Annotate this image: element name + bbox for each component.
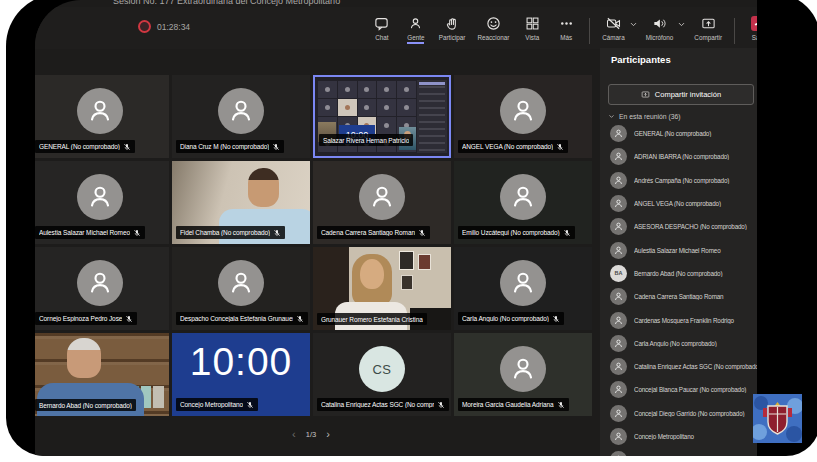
participant-row[interactable]: ASESORA DESPACHO (No comprobado) <box>600 215 757 238</box>
raise-hand-icon <box>445 16 460 31</box>
video-tile[interactable]: Diana Cruz M (No comprobado) <box>172 75 310 158</box>
participant-name: ADRIAN IBARRA (No comprobado) <box>634 153 757 160</box>
video-tile[interactable]: Despacho Concejala Estefania Grunauer (.… <box>172 247 310 330</box>
participant-name-label: Salazar Rivera Hernan Patricio <box>323 137 409 144</box>
participant-row[interactable]: ADRIAN IBARRA (No comprobado) <box>600 145 757 168</box>
chevron-down-icon <box>608 113 615 120</box>
participant-name: GENERAL (No comprobado) <box>634 130 757 137</box>
previous-page-arrow[interactable]: ‹ <box>292 429 296 440</box>
participant-name-label: GENERAL (No comprobado) <box>39 143 120 150</box>
default-avatar <box>218 88 264 134</box>
participant-row[interactable]: Concejal Blanca Paucar (No comprobado) <box>600 378 757 401</box>
share-button[interactable]: Compartir <box>688 12 728 45</box>
view-button[interactable]: Vista <box>515 12 549 45</box>
participant-row[interactable]: Cardenas Mosquera Franklin Rodrigo <box>600 308 757 331</box>
tile-name-pill: Cornejo Espinoza Pedro Jose <box>35 312 137 325</box>
camera-dropdown-chevron-icon[interactable] <box>629 20 638 29</box>
wall-frame <box>399 251 414 270</box>
participant-row[interactable]: Cadena Carrera Santiago Roman <box>600 285 757 308</box>
mic-off-icon <box>552 315 560 323</box>
toolbar-divider <box>734 18 735 44</box>
video-tile[interactable]: Moreira Garcia Gaudelia Adriana <box>454 333 592 416</box>
default-avatar <box>500 346 546 392</box>
participant-avatar <box>610 288 627 305</box>
participant-name-label: Emilio Uzcátegui (No comprobado) <box>462 229 560 236</box>
participant-name: Bernardo Abad (No comprobado) <box>634 270 757 277</box>
share-screen-icon <box>701 16 716 31</box>
page-indicator: 1/3 <box>306 430 316 439</box>
participant-row[interactable]: Catalina Enriquez Actas SGC (No comproba… <box>600 355 757 378</box>
microphone-button[interactable]: Micrófono <box>640 12 680 45</box>
react-button[interactable]: Reaccionar <box>471 12 515 45</box>
participant-avatar <box>610 335 627 352</box>
screen-share-tile[interactable]: 10:00 Salazar Rivera Hernan Patricio <box>313 75 451 158</box>
participant-name-label: Bernardo Abad (No comprobado) <box>39 402 132 409</box>
default-avatar <box>500 174 546 220</box>
participant-initials-avatar: BA <box>610 265 627 282</box>
more-button[interactable]: Más <box>549 12 583 45</box>
participant-name-label: Catalina Enriquez Actas SGC (No compro..… <box>321 401 434 408</box>
participant-name: ASESORA DESPACHO (No comprobado) <box>634 223 757 230</box>
participant-row[interactable]: Cornejo Espinoza Pedro Jose <box>600 448 757 456</box>
default-avatar <box>359 174 405 220</box>
microphone-dropdown-chevron-icon[interactable] <box>677 20 686 29</box>
participant-name: Carla Angulo (No comprobado) <box>634 340 757 347</box>
mic-off-icon <box>273 229 281 237</box>
mic-off-icon <box>296 315 304 323</box>
participant-row[interactable]: Andrés Campaña (No comprobado) <box>600 169 757 192</box>
tile-name-pill: Cadena Carrera Santiago Roman <box>317 226 430 239</box>
teams-app-window: Sesión No. 177 Extraordinaria del Concej… <box>35 0 757 456</box>
participant-name-label: Cornejo Espinoza Pedro Jose <box>39 315 122 322</box>
chat-button[interactable]: Chat <box>365 12 399 45</box>
video-tile[interactable]: Aulestia Salazar Michael Romeo <box>35 161 169 244</box>
participant-row[interactable]: Concejo Metropolitano <box>600 425 757 448</box>
participant-row[interactable]: Carla Angulo (No comprobado) <box>600 332 757 355</box>
video-tile[interactable]: ANGEL VEGA (No comprobado) <box>454 75 592 158</box>
participant-name: ANGEL VEGA (No comprobado) <box>634 200 757 207</box>
mini-participants-panel <box>417 80 447 153</box>
participant-name: Andrés Campaña (No comprobado) <box>634 177 757 184</box>
participant-avatar <box>610 195 627 212</box>
share-invite-icon <box>641 90 650 99</box>
participant-row[interactable]: BA Bernardo Abad (No comprobado) <box>600 262 757 285</box>
camera-off-icon <box>606 16 621 31</box>
participant-row[interactable]: GENERAL (No comprobado) <box>600 122 757 145</box>
tile-name-pill: ANGEL VEGA (No comprobado) <box>458 140 568 153</box>
tile-name-pill: Grunauer Romero Estefania Cristina <box>317 313 427 325</box>
raise-hand-button[interactable]: Participar <box>433 12 472 45</box>
participant-name-label: Moreira Garcia Gaudelia Adriana <box>462 401 554 408</box>
video-tile[interactable]: Cadena Carrera Santiago Roman <box>313 161 451 244</box>
people-button[interactable]: 36 Gente <box>399 12 433 48</box>
webcam-tile[interactable]: Fidel Chamba (No comprobado) <box>172 161 310 244</box>
mic-off-icon <box>437 401 445 409</box>
webcam-tile[interactable]: Grunauer Romero Estefania Cristina <box>313 247 451 330</box>
tile-name-pill: GENERAL (No comprobado) <box>35 140 135 153</box>
participant-name-label: Aulestia Salazar Michael Romeo <box>39 229 130 236</box>
video-tile[interactable]: Emilio Uzcátegui (No comprobado) <box>454 161 592 244</box>
participant-avatar <box>610 428 627 445</box>
participant-avatar <box>610 172 627 189</box>
video-tile[interactable]: GENERAL (No comprobado) <box>35 75 169 158</box>
mic-off-icon <box>563 229 571 237</box>
webcam-tile[interactable]: Bernardo Abad (No comprobado) <box>35 333 169 416</box>
timer-tile[interactable]: 10:00 Concejo Metropolitano <box>172 333 310 416</box>
share-invite-button[interactable]: Compartir invitación <box>608 84 754 105</box>
recording-time: 01:28:34 <box>157 22 190 32</box>
wall-frame <box>418 254 431 270</box>
participant-row[interactable]: Concejal Diego Garrido (No comprobado) <box>600 402 757 425</box>
next-page-arrow[interactable]: › <box>326 429 330 440</box>
in-meeting-section-header[interactable]: En esta reunión (36) <box>608 113 681 120</box>
escudo-concejo-metropolitano-logo <box>753 394 802 443</box>
default-avatar <box>77 88 123 134</box>
participant-list: GENERAL (No comprobado) ADRIAN IBARRA (N… <box>600 122 757 456</box>
participant-name: Aulestia Salazar Michael Romeo <box>634 247 757 254</box>
leave-button[interactable]: Salir <box>741 12 757 45</box>
default-avatar <box>77 260 123 306</box>
participant-row[interactable]: Aulestia Salazar Michael Romeo <box>600 238 757 261</box>
video-tile[interactable]: Carla Angulo (No comprobado) <box>454 247 592 330</box>
video-tile[interactable]: CS Catalina Enriquez Actas SGC (No compr… <box>313 333 451 416</box>
participant-row[interactable]: ANGEL VEGA (No comprobado) <box>600 192 757 215</box>
participant-name-label: Grunauer Romero Estefania Cristina <box>321 316 423 323</box>
video-tile[interactable]: Cornejo Espinoza Pedro Jose <box>35 247 169 330</box>
camera-button[interactable]: Cámara <box>596 12 630 45</box>
